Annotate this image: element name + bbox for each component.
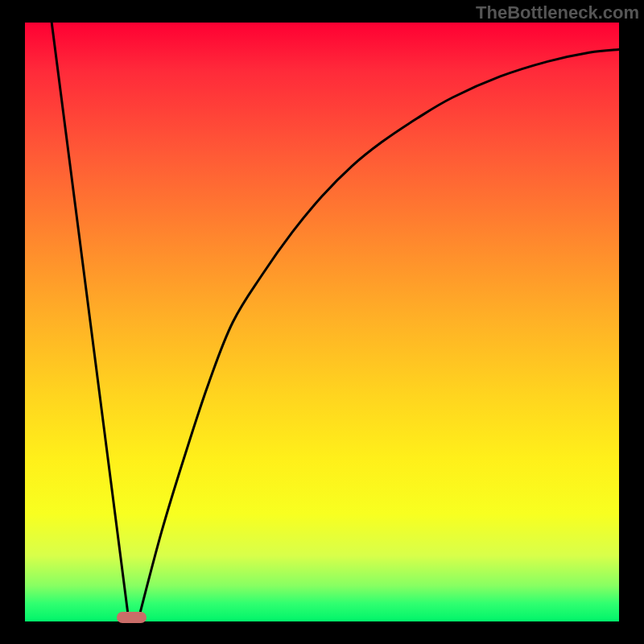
optimum-marker: [117, 612, 147, 623]
curve-right-limb: [138, 49, 619, 621]
curve-left-limb: [52, 23, 129, 621]
chart-frame: TheBottleneck.com: [0, 0, 644, 644]
plot-area: [25, 23, 619, 621]
watermark-text: TheBottleneck.com: [476, 2, 639, 23]
bottleneck-curve: [25, 23, 619, 621]
